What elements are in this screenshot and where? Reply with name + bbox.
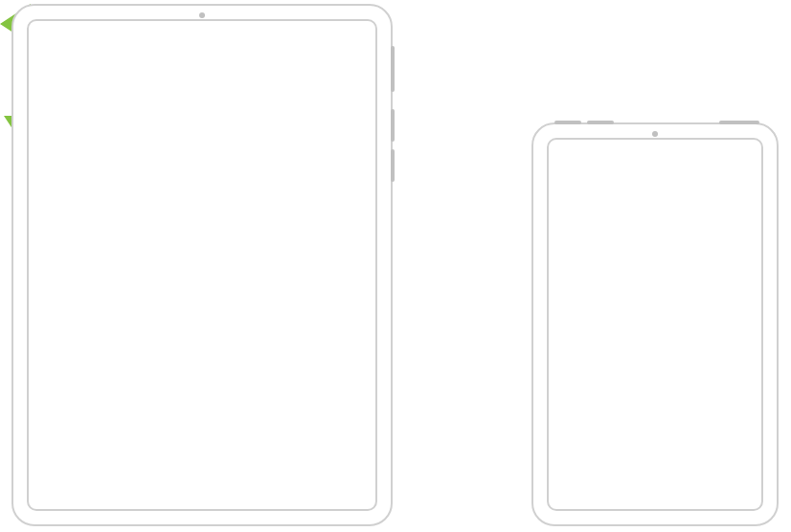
top-button-large bbox=[391, 46, 395, 92]
volume-down-button-large bbox=[391, 149, 395, 182]
volume-up-button-large bbox=[391, 109, 395, 142]
front-camera-large bbox=[199, 12, 205, 18]
front-camera-small bbox=[652, 131, 658, 137]
volume-button-small-1 bbox=[554, 121, 581, 124]
ipad-large bbox=[11, 4, 393, 526]
top-button-small bbox=[719, 121, 759, 124]
volume-button-small-2 bbox=[587, 121, 614, 124]
ipad-small bbox=[531, 122, 779, 526]
